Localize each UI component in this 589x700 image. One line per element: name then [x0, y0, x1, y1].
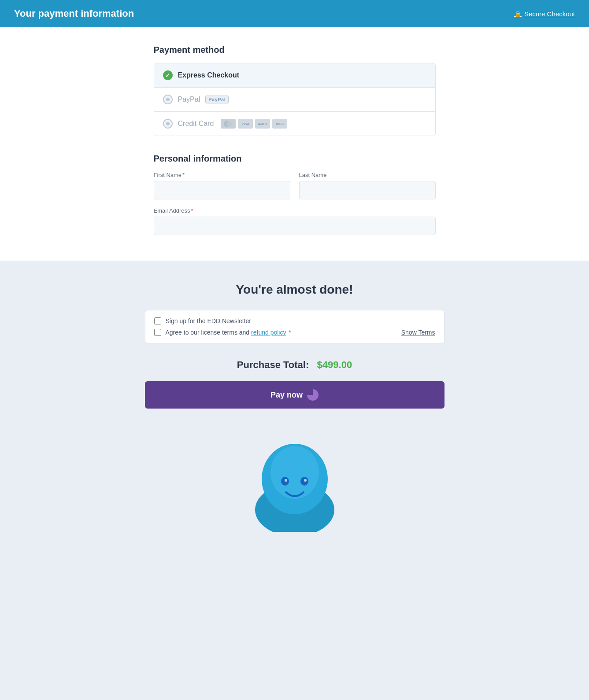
first-name-label: First Name* — [154, 172, 290, 178]
payment-method-title: Payment method — [154, 45, 436, 55]
email-field: Email Address* — [154, 207, 436, 235]
pay-now-button[interactable]: Pay now — [145, 381, 445, 409]
pay-now-label: Pay now — [270, 391, 303, 400]
page-header: Your payment information 🔒 Secure Checko… — [0, 0, 589, 27]
discover-icon: DISC — [272, 119, 287, 129]
svg-point-8 — [304, 479, 307, 482]
newsletter-checkbox[interactable] — [154, 317, 161, 324]
email-input[interactable] — [154, 217, 436, 235]
agree-required: * — [289, 329, 291, 336]
secure-checkout-link[interactable]: 🔒 Secure Checkout — [514, 10, 575, 18]
almost-done-heading: You're almost done! — [236, 283, 353, 297]
payment-option-paypal[interactable]: PayPal PayPal — [154, 88, 435, 112]
paypal-radio — [163, 95, 173, 104]
first-name-field: First Name* — [154, 172, 290, 199]
refund-policy-link[interactable]: refund policy — [251, 329, 286, 336]
express-radio — [163, 70, 173, 80]
last-name-field: Last Name — [299, 172, 436, 199]
first-name-input[interactable] — [154, 181, 290, 199]
svg-point-1 — [226, 121, 233, 127]
paypal-label: PayPal — [178, 96, 200, 103]
agree-checkbox[interactable] — [154, 329, 161, 336]
last-name-label: Last Name — [299, 172, 436, 178]
newsletter-row: Sign up for the EDD Newsletter — [154, 317, 435, 324]
mastercard-icon — [221, 119, 236, 129]
mascot-illustration — [246, 431, 343, 532]
payment-option-express[interactable]: Express Checkout — [154, 63, 435, 88]
mascot-area — [9, 422, 580, 532]
credit-card-label: Credit Card — [178, 120, 214, 128]
bottom-section: You're almost done! Sign up for the EDD … — [0, 261, 589, 532]
first-name-required: * — [182, 172, 185, 178]
svg-point-6 — [285, 479, 287, 482]
email-required: * — [191, 207, 193, 214]
personal-info-title: Personal information — [154, 154, 436, 164]
agree-label: Agree to our license terms and refund po… — [166, 329, 397, 336]
amex-icon: AMEX — [255, 119, 270, 129]
email-row: Email Address* — [154, 207, 436, 235]
terms-box: Sign up for the EDD Newsletter Agree to … — [145, 310, 445, 343]
secure-checkout-label: Secure Checkout — [524, 10, 575, 18]
newsletter-label: Sign up for the EDD Newsletter — [166, 317, 435, 324]
payment-method-section: Payment method Express Checkout PayPal P… — [154, 45, 436, 136]
credit-card-radio — [163, 119, 173, 129]
visa-icon: VISA — [238, 119, 253, 129]
lock-icon: 🔒 — [514, 10, 522, 17]
express-label: Express Checkout — [178, 71, 240, 79]
main-section: Payment method Express Checkout PayPal P… — [0, 27, 589, 261]
svg-point-4 — [270, 446, 319, 499]
paypal-badge: PayPal — [205, 96, 229, 103]
purchase-total-label: Purchase Total: — [237, 359, 309, 370]
email-label: Email Address* — [154, 207, 436, 214]
name-row: First Name* Last Name — [154, 172, 436, 199]
payment-options-list: Express Checkout PayPal PayPal Credit Ca… — [154, 63, 436, 136]
card-icons: VISA AMEX DISC — [221, 119, 287, 129]
purchase-total-amount: $499.00 — [317, 359, 352, 370]
purchase-total: Purchase Total: $499.00 — [237, 359, 352, 371]
pay-spinner-icon — [307, 389, 319, 401]
payment-option-credit-card[interactable]: Credit Card VISA AMEX DISC — [154, 112, 435, 136]
page-title: Your payment information — [14, 8, 134, 19]
last-name-input[interactable] — [299, 181, 436, 199]
agree-row: Agree to our license terms and refund po… — [154, 329, 435, 336]
show-terms-link[interactable]: Show Terms — [401, 329, 435, 336]
personal-info-section: Personal information First Name* Last Na… — [154, 154, 436, 235]
